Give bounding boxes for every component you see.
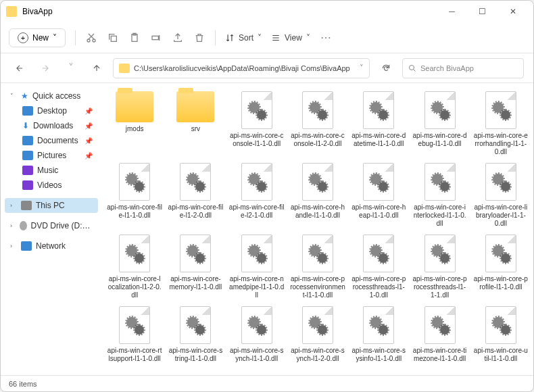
folder-icon [116, 91, 153, 122]
dll-file-icon [180, 306, 211, 344]
rename-icon[interactable] [150, 32, 162, 44]
file-item[interactable]: api-ms-win-core-datetime-l1-1-0.dll [349, 90, 408, 157]
item-label: api-ms-win-core-file-l1-2-0.dll [168, 203, 223, 220]
item-label: api-ms-win-core-libraryloader-l1-1-0.dll [473, 203, 529, 228]
file-item[interactable]: api-ms-win-core-file-l2-1-0.dll [227, 162, 287, 229]
dll-file-icon [424, 235, 456, 272]
file-item[interactable]: api-ms-win-core-namedpipe-l1-1-0.dll [227, 233, 287, 301]
cut-icon[interactable] [85, 32, 97, 44]
file-item[interactable]: api-ms-win-core-errorhandling-l1-1-0.dll [471, 90, 531, 157]
item-label: jmods [126, 125, 144, 133]
file-item[interactable]: api-ms-win-core-processthreads-l1-1-0.dl… [349, 233, 408, 301]
sidebar-music[interactable]: Music [5, 163, 98, 178]
dll-file-icon [485, 306, 516, 344]
file-item[interactable]: api-ms-win-core-file-l1-1-0.dll [105, 162, 164, 229]
more-icon[interactable]: ⋯ [320, 32, 332, 44]
chevron-down-icon[interactable]: ˅ [360, 64, 364, 72]
sidebar-this-pc[interactable]: ›This PC [5, 198, 98, 213]
file-item[interactable]: api-ms-win-core-handle-l1-1-0.dll [288, 162, 347, 229]
file-item[interactable]: api-ms-win-core-heap-l1-1-0.dll [349, 162, 408, 229]
view-button[interactable]: View ˅ [271, 33, 310, 43]
new-button[interactable]: + New ˅ [9, 28, 66, 47]
file-item[interactable]: api-ms-win-core-libraryloader-l1-1-0.dll [471, 162, 531, 229]
dll-file-icon [485, 163, 516, 201]
up-button[interactable]: ˅ [62, 59, 80, 78]
search-input[interactable]: Search BivaApp [402, 58, 524, 78]
file-item[interactable]: api-ms-win-core-synch-l1-1-0.dll [227, 305, 287, 364]
maximize-button[interactable]: ☐ [467, 1, 497, 22]
dll-file-icon [363, 91, 394, 129]
svg-rect-5 [152, 36, 158, 39]
sidebar-dvd[interactable]: ›DVD Drive (D:) CCCC [5, 218, 98, 233]
forward-button[interactable] [36, 59, 55, 78]
dll-file-icon [241, 163, 272, 201]
svg-point-0 [87, 39, 90, 42]
folder-icon [176, 91, 214, 122]
paste-icon[interactable] [128, 32, 141, 44]
file-item[interactable]: api-ms-win-core-string-l1-1-0.dll [166, 305, 225, 364]
addressbar: ˅ C:\Users\karolisliucveikis\AppData\Roa… [1, 53, 533, 83]
item-label: api-ms-win-core-synch-l1-2-0.dll [290, 347, 345, 363]
item-label: api-ms-win-core-timezone-l1-1-0.dll [412, 347, 468, 363]
divider [75, 30, 76, 45]
item-label: api-ms-win-core-processthreads-l1-1-1.dl… [412, 275, 468, 299]
sidebar-videos[interactable]: Videos [5, 178, 98, 193]
sidebar-documents[interactable]: Documents📌 [5, 133, 98, 148]
file-item[interactable]: api-ms-win-core-sysinfo-l1-1-0.dll [349, 305, 408, 364]
back-button[interactable] [10, 59, 29, 78]
dll-file-icon [363, 163, 394, 201]
file-item[interactable]: api-ms-win-core-rtlsupport-l1-1-0.dll [105, 305, 164, 364]
file-item[interactable]: api-ms-win-core-interlocked-l1-1-0.dll [410, 162, 469, 229]
search-placeholder: Search BivaApp [420, 64, 474, 72]
file-item[interactable]: api-ms-win-core-profile-l1-1-0.dll [471, 233, 531, 301]
item-count: 66 items [9, 380, 37, 388]
folder-icon [119, 64, 130, 73]
file-item[interactable]: api-ms-win-core-debug-l1-1-0.dll [410, 90, 469, 157]
dll-file-icon [424, 306, 456, 344]
file-item[interactable]: api-ms-win-core-timezone-l1-1-0.dll [410, 305, 469, 364]
item-label: api-ms-win-core-errorhandling-l1-1-0.dll [473, 132, 529, 156]
sort-button[interactable]: Sort ˅ [225, 33, 262, 43]
file-item[interactable]: api-ms-win-core-processthreads-l1-1-1.dl… [410, 233, 469, 301]
sidebar-network[interactable]: ›Network [5, 239, 98, 253]
svg-point-1 [93, 39, 95, 42]
refresh-button[interactable] [377, 59, 395, 78]
statusbar: 66 items [1, 375, 533, 391]
dll-file-icon [424, 163, 456, 201]
file-item[interactable]: api-ms-win-core-console-l1-2-0.dll [288, 90, 347, 157]
copy-icon[interactable] [107, 32, 119, 44]
svg-rect-2 [111, 36, 116, 41]
file-item[interactable]: api-ms-win-core-processenvironment-l1-1-… [288, 233, 347, 301]
sidebar-downloads[interactable]: ⬇Downloads📌 [5, 118, 98, 133]
up-button[interactable] [87, 59, 106, 78]
file-item[interactable]: api-ms-win-core-memory-l1-1-0.dll [166, 233, 225, 301]
folder-item[interactable]: jmods [105, 90, 164, 157]
close-button[interactable]: ✕ [497, 1, 528, 22]
file-item[interactable]: api-ms-win-core-file-l1-2-0.dll [166, 162, 225, 229]
sidebar-quick-access[interactable]: ˅★Quick access [5, 89, 98, 103]
dll-file-icon [302, 306, 333, 344]
share-icon[interactable] [172, 32, 184, 44]
file-item[interactable]: api-ms-win-core-console-l1-1-0.dll [227, 90, 287, 157]
dll-file-icon [119, 163, 150, 201]
titlebar[interactable]: BivaApp ─ ☐ ✕ [1, 1, 533, 22]
file-pane[interactable]: jmodssrvapi-ms-win-core-console-l1-1-0.d… [102, 83, 533, 375]
item-label: api-ms-win-core-interlocked-l1-1-0.dll [412, 203, 468, 228]
file-item[interactable]: api-ms-win-core-localization-l1-2-0.dll [105, 233, 164, 301]
item-label: api-ms-win-core-sysinfo-l1-1-0.dll [351, 347, 406, 363]
sidebar-desktop[interactable]: Desktop📌 [5, 103, 98, 118]
sidebar-pictures[interactable]: Pictures📌 [5, 148, 98, 163]
item-label: api-ms-win-core-string-l1-1-0.dll [168, 347, 223, 363]
minimize-button[interactable]: ─ [437, 1, 467, 22]
file-item[interactable]: api-ms-win-core-util-l1-1-0.dll [471, 305, 531, 364]
address-input[interactable]: C:\Users\karolisliucveikis\AppData\Roami… [113, 58, 370, 78]
delete-icon[interactable] [193, 32, 205, 44]
item-label: api-ms-win-core-debug-l1-1-0.dll [412, 132, 468, 148]
folder-item[interactable]: srv [166, 90, 225, 157]
dll-file-icon [180, 235, 211, 272]
file-item[interactable]: api-ms-win-core-synch-l1-2-0.dll [288, 305, 347, 364]
item-label: api-ms-win-core-processenvironment-l1-1-… [290, 275, 345, 299]
item-label: api-ms-win-core-file-l1-1-0.dll [107, 203, 162, 220]
dll-file-icon [363, 306, 394, 344]
item-label: api-ms-win-core-heap-l1-1-0.dll [351, 203, 406, 220]
